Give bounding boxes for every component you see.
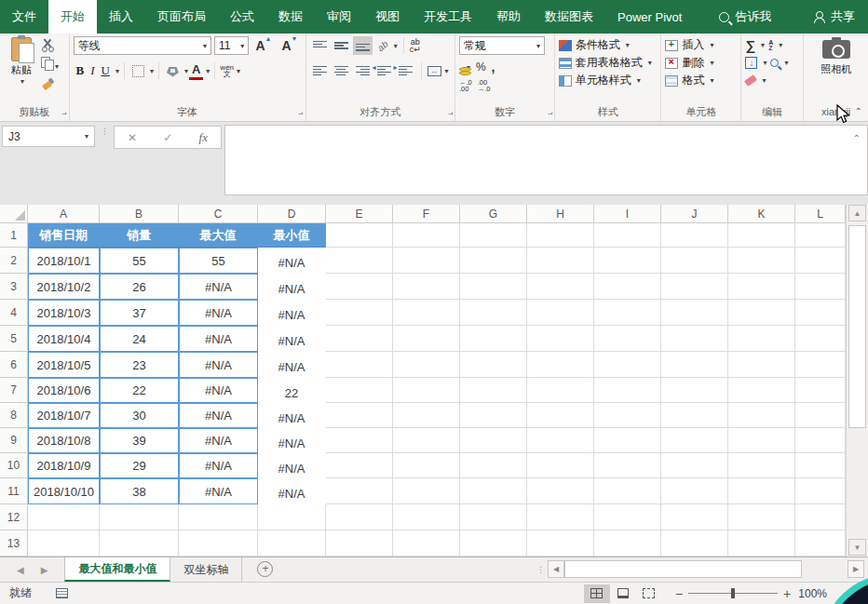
find-select-icon[interactable] <box>770 59 779 67</box>
italic-button[interactable]: I <box>88 61 97 80</box>
alignment-dialog-launcher[interactable]: ⌐ <box>448 110 453 119</box>
increase-indent-button[interactable]: ▸ <box>396 61 415 80</box>
cell-B10[interactable]: 29 <box>100 453 179 478</box>
phonetic-dropdown-arrow[interactable]: ▾ <box>237 67 240 75</box>
cell-I12[interactable] <box>594 504 661 530</box>
font-color-dropdown-arrow[interactable]: ▾ <box>206 67 210 75</box>
menu-tab-Power Pivot[interactable]: Power Pivot <box>605 0 694 34</box>
cell-H7[interactable] <box>527 378 594 403</box>
cell-E4[interactable] <box>326 300 393 326</box>
cell-H9[interactable] <box>527 428 594 453</box>
formula-bar-resize-dots[interactable]: ⋮ <box>101 129 104 133</box>
cell-F6[interactable] <box>393 352 460 378</box>
cell-A13[interactable] <box>28 530 100 557</box>
share-button[interactable]: 共享 <box>801 0 868 34</box>
cell-E8[interactable] <box>326 403 393 428</box>
autosum-dropdown-arrow[interactable]: ▾ <box>761 41 765 49</box>
cell-D10[interactable]: #N/A <box>258 453 326 478</box>
zoom-in-button[interactable]: + <box>783 586 791 601</box>
cell-A6[interactable]: 2018/10/5 <box>28 352 100 378</box>
cell-C12[interactable] <box>179 504 258 530</box>
cell-K10[interactable] <box>728 453 795 478</box>
cell-K3[interactable] <box>728 274 795 300</box>
cell-I2[interactable] <box>594 248 661 274</box>
column-header-L[interactable]: L <box>795 205 846 223</box>
percent-style-button[interactable]: % <box>476 60 486 74</box>
cell-H3[interactable] <box>527 274 594 300</box>
vertical-scrollbar-thumb[interactable] <box>848 225 866 428</box>
orientation-dropdown-arrow[interactable]: ▾ <box>394 42 398 50</box>
cell-A10[interactable]: 2018/10/9 <box>28 453 100 478</box>
menu-tab-数据图表[interactable]: 数据图表 <box>533 0 605 34</box>
cell-H6[interactable] <box>527 352 594 378</box>
bold-button[interactable]: B <box>74 61 88 80</box>
cell-K8[interactable] <box>728 403 795 428</box>
menu-tab-数据[interactable]: 数据 <box>266 0 315 34</box>
cell-D1[interactable]: 最小值 <box>258 223 326 248</box>
cell-K12[interactable] <box>728 504 795 530</box>
conditional-formatting-button[interactable]: 条件格式▾ <box>559 36 658 54</box>
column-header-F[interactable]: F <box>393 205 460 223</box>
cell-K5[interactable] <box>728 326 795 352</box>
cell-G2[interactable] <box>460 248 527 274</box>
cell-A8[interactable]: 2018/10/7 <box>28 403 100 428</box>
formula-input[interactable] <box>224 125 868 195</box>
cell-A4[interactable]: 2018/10/3 <box>28 300 100 326</box>
fill-color-dropdown-arrow[interactable]: ▾ <box>184 67 188 75</box>
cell-B11[interactable]: 38 <box>100 478 179 504</box>
fill-dropdown-arrow[interactable]: ▾ <box>763 59 766 67</box>
column-header-I[interactable]: I <box>594 205 661 223</box>
cell-F11[interactable] <box>393 478 460 504</box>
insert-cells-button[interactable]: 插入▾ <box>665 36 737 54</box>
row-header-8[interactable]: 8 <box>0 403 28 428</box>
row-header-13[interactable]: 13 <box>0 530 28 557</box>
clear-button[interactable] <box>744 74 757 87</box>
tell-me-box[interactable]: 告诉我 <box>707 0 783 34</box>
menu-tab-帮助[interactable]: 帮助 <box>484 0 533 34</box>
cell-A12[interactable] <box>28 504 100 530</box>
align-middle-button[interactable] <box>332 36 351 55</box>
cell-K1[interactable] <box>728 223 795 248</box>
insert-function-button[interactable]: fx <box>199 130 208 145</box>
cell-F4[interactable] <box>393 300 460 326</box>
cell-J10[interactable] <box>661 453 728 478</box>
row-header-10[interactable]: 10 <box>0 453 28 478</box>
cell-B6[interactable]: 23 <box>100 352 179 378</box>
cell-A2[interactable]: 2018/10/1 <box>28 248 100 274</box>
cell-H11[interactable] <box>527 478 594 504</box>
cell-D3[interactable]: #N/A <box>258 274 326 300</box>
cell-C2[interactable]: 55 <box>179 248 258 274</box>
row-header-9[interactable]: 9 <box>0 428 28 453</box>
page-layout-view-button[interactable] <box>610 584 636 603</box>
cell-C11[interactable]: #N/A <box>179 478 258 504</box>
comma-style-button[interactable]: , <box>492 60 495 74</box>
sort-filter-dropdown-arrow[interactable]: ▾ <box>779 41 782 49</box>
cell-F1[interactable] <box>393 223 460 248</box>
menu-tab-页面布局[interactable]: 页面布局 <box>145 0 218 34</box>
cell-I9[interactable] <box>594 428 661 453</box>
cell-H12[interactable] <box>527 504 594 530</box>
clipboard-dialog-launcher[interactable]: ⌐ <box>61 110 66 119</box>
cell-C7[interactable]: #N/A <box>179 378 258 403</box>
autosum-button[interactable]: ∑ <box>745 37 755 53</box>
cell-G13[interactable] <box>460 530 527 557</box>
paste-button[interactable]: 粘贴 ▾ <box>5 37 38 86</box>
align-top-button[interactable] <box>310 36 330 55</box>
cell-E7[interactable] <box>326 378 393 403</box>
cell-D8[interactable]: #N/A <box>258 403 326 428</box>
new-sheet-button[interactable]: + <box>257 561 273 577</box>
cell-A1[interactable]: 销售日期 <box>28 223 100 248</box>
cell-J5[interactable] <box>661 326 728 352</box>
cell-B1[interactable]: 销量 <box>100 223 179 248</box>
format-painter-icon[interactable] <box>41 77 54 90</box>
cell-K2[interactable] <box>728 248 795 274</box>
cell-J4[interactable] <box>661 300 728 326</box>
cell-B4[interactable]: 37 <box>100 300 179 326</box>
column-header-K[interactable]: K <box>728 205 795 223</box>
cell-C4[interactable]: #N/A <box>179 300 258 326</box>
cell-J9[interactable] <box>661 428 728 453</box>
column-header-G[interactable]: G <box>460 205 527 223</box>
sort-filter-button[interactable]: AZ <box>768 40 773 51</box>
cell-E6[interactable] <box>326 352 393 378</box>
cell-G4[interactable] <box>460 300 527 326</box>
